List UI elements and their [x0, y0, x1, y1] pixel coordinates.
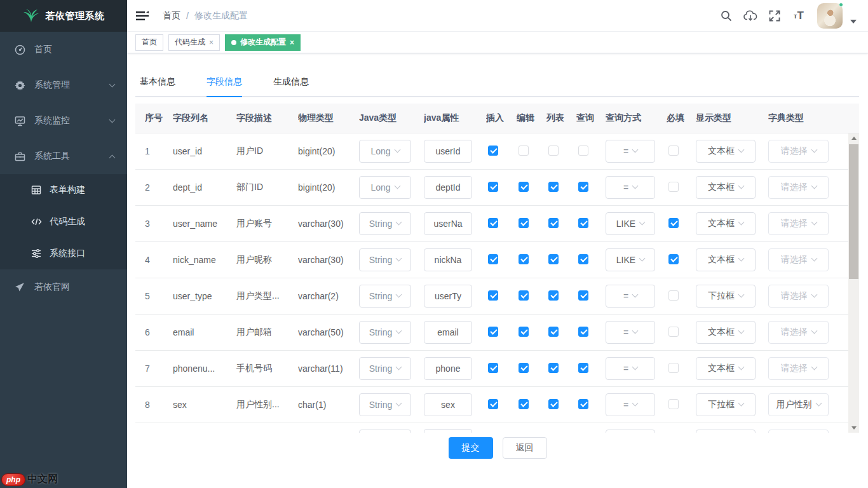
java-field-input[interactable]: [424, 429, 472, 433]
java-type-select[interactable]: String: [359, 248, 411, 271]
java-type-select[interactable]: String: [359, 357, 411, 380]
query-checkbox[interactable]: [578, 327, 588, 337]
dict-type-select[interactable]: 请选择: [768, 176, 829, 199]
java-type-select[interactable]: String: [359, 285, 411, 308]
tag-edit-gen-config[interactable]: 修改生成配置 ×: [225, 34, 301, 51]
list-checkbox[interactable]: [548, 399, 559, 409]
fullscreen-icon[interactable]: [763, 0, 787, 32]
tab-field-info[interactable]: 字段信息: [207, 70, 242, 97]
display-type-select[interactable]: 文本框: [696, 176, 756, 199]
display-type-select[interactable]: 文本框: [696, 321, 756, 344]
sidebar-item-system-api[interactable]: 系统接口: [0, 238, 127, 269]
vertical-scrollbar[interactable]: [848, 133, 859, 433]
search-icon[interactable]: [714, 0, 738, 32]
edit-checkbox[interactable]: [519, 327, 529, 337]
query-type-select[interactable]: LIKE: [606, 212, 655, 235]
display-type-select[interactable]: 文本框: [696, 248, 756, 271]
java-type-select[interactable]: String: [359, 212, 411, 235]
breadcrumb-home[interactable]: 首页: [163, 10, 180, 22]
edit-checkbox[interactable]: [519, 290, 529, 301]
sidebar-item-code-generator[interactable]: 代码生成: [0, 206, 127, 238]
submit-button[interactable]: 提交: [449, 437, 493, 459]
list-checkbox[interactable]: [548, 254, 559, 264]
sidebar-item-system-tools[interactable]: 系统工具: [0, 139, 127, 174]
query-type-select[interactable]: =: [606, 357, 655, 380]
display-type-select[interactable]: 文本框: [696, 140, 756, 163]
tab-gen-info[interactable]: 生成信息: [273, 70, 309, 96]
required-checkbox[interactable]: [668, 290, 679, 301]
display-type-select[interactable]: 下拉框: [696, 285, 756, 308]
query-type-select[interactable]: LIKE: [606, 248, 655, 271]
java-type-select[interactable]: Long: [359, 176, 411, 199]
java-field-input[interactable]: nickNa: [424, 248, 472, 271]
java-field-input[interactable]: email: [424, 321, 472, 344]
edit-checkbox[interactable]: [519, 218, 529, 228]
dict-type-select[interactable]: 请选择: [768, 248, 829, 271]
edit-checkbox[interactable]: [519, 182, 529, 192]
query-checkbox[interactable]: [578, 146, 588, 156]
scrollbar-down-button[interactable]: [848, 423, 859, 433]
tab-basic-info[interactable]: 基本信息: [140, 70, 175, 96]
sidebar-item-system-manage[interactable]: 系统管理: [0, 67, 127, 103]
display-type-select[interactable]: [696, 430, 756, 433]
query-checkbox[interactable]: [578, 399, 588, 409]
required-checkbox[interactable]: [668, 363, 679, 373]
query-type-select[interactable]: =: [606, 321, 655, 344]
insert-checkbox[interactable]: [488, 399, 498, 409]
java-type-select[interactable]: String: [359, 393, 411, 416]
query-type-select[interactable]: =: [606, 140, 655, 163]
insert-checkbox[interactable]: [488, 327, 498, 337]
query-checkbox[interactable]: [578, 363, 588, 373]
query-checkbox[interactable]: [578, 254, 588, 264]
font-size-icon[interactable]: тT: [787, 0, 811, 32]
list-checkbox[interactable]: [548, 146, 559, 156]
display-type-select[interactable]: 文本框: [696, 357, 756, 380]
dict-type-select[interactable]: 用户性别: [768, 393, 829, 416]
insert-checkbox[interactable]: [488, 146, 498, 156]
list-checkbox[interactable]: [548, 182, 559, 192]
required-checkbox[interactable]: [668, 327, 679, 337]
cloud-download-icon[interactable]: [738, 0, 763, 32]
required-checkbox[interactable]: [668, 399, 679, 409]
java-field-input[interactable]: phone: [424, 357, 472, 380]
java-type-select[interactable]: Long: [359, 140, 411, 163]
java-field-input[interactable]: sex: [424, 393, 472, 416]
sidebar-item-home[interactable]: 首页: [0, 32, 127, 67]
query-type-select[interactable]: =: [606, 176, 655, 199]
insert-checkbox[interactable]: [488, 290, 498, 301]
insert-checkbox[interactable]: [488, 182, 498, 192]
edit-checkbox[interactable]: [519, 146, 529, 156]
insert-checkbox[interactable]: [488, 363, 498, 373]
sidebar-item-form-builder[interactable]: 表单构建: [0, 174, 127, 206]
dict-type-select[interactable]: 请选择: [768, 140, 829, 163]
display-type-select[interactable]: 下拉框: [696, 393, 756, 416]
edit-checkbox[interactable]: [519, 363, 529, 373]
java-type-select[interactable]: String: [359, 321, 411, 344]
query-checkbox[interactable]: [578, 218, 588, 228]
dict-type-select[interactable]: 请选择: [768, 430, 829, 433]
query-type-select[interactable]: =: [606, 285, 655, 308]
list-checkbox[interactable]: [548, 363, 559, 373]
edit-checkbox[interactable]: [519, 254, 529, 264]
list-checkbox[interactable]: [548, 290, 559, 301]
dict-type-select[interactable]: 请选择: [768, 357, 829, 380]
java-field-input[interactable]: deptId: [424, 176, 472, 199]
scrollbar-thumb[interactable]: [849, 144, 858, 279]
required-checkbox[interactable]: [668, 182, 679, 192]
dict-type-select[interactable]: 请选择: [768, 285, 829, 308]
query-checkbox[interactable]: [578, 182, 588, 192]
query-checkbox[interactable]: [578, 290, 588, 301]
user-menu-caret-icon[interactable]: [850, 20, 857, 24]
required-checkbox[interactable]: [668, 218, 679, 228]
app-logo[interactable]: 若依管理系统: [0, 0, 127, 32]
query-type-select[interactable]: [606, 430, 655, 433]
java-field-input[interactable]: userId: [424, 140, 472, 163]
back-button[interactable]: 返回: [503, 437, 547, 459]
list-checkbox[interactable]: [548, 327, 559, 337]
sidebar-item-official-site[interactable]: 若依官网: [0, 269, 127, 305]
dict-type-select[interactable]: 请选择: [768, 321, 829, 344]
display-type-select[interactable]: 文本框: [696, 212, 756, 235]
required-checkbox[interactable]: [668, 254, 679, 264]
required-checkbox[interactable]: [668, 146, 679, 156]
close-icon[interactable]: ×: [209, 39, 214, 46]
